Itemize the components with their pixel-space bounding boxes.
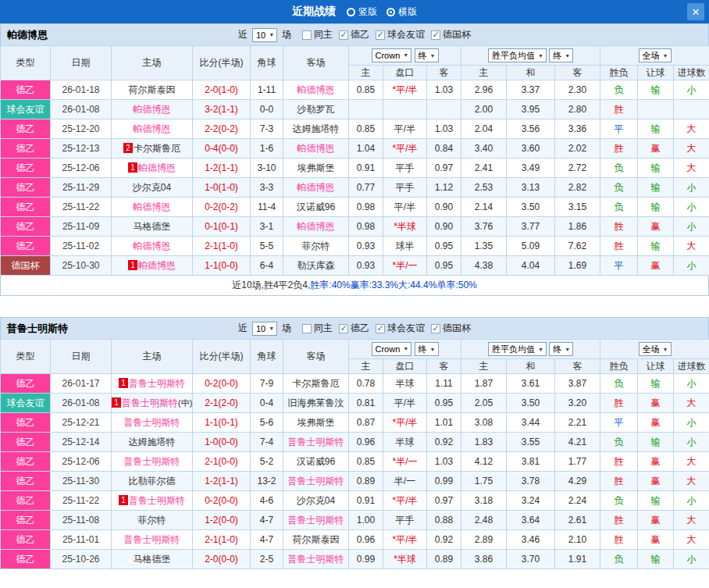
avg-select[interactable]: 胜平负均值▼ (488, 342, 547, 356)
home-team-name: 普鲁士明斯特 (129, 378, 185, 389)
red-card-badge: 1 (119, 495, 128, 505)
red-card-badge: 1 (128, 260, 137, 270)
bookmaker-select[interactable]: Crown▼ (372, 48, 412, 62)
avg-stage-select[interactable]: 终▼ (549, 48, 573, 62)
odds-home: 0.91 (349, 491, 383, 511)
handicap-result: 赢 (638, 217, 674, 237)
checkbox-icon: ✓ (431, 324, 440, 333)
scope-value: 全场 (643, 344, 660, 355)
col-date: 日期 (51, 340, 112, 374)
odds-home: 0.85 (349, 80, 383, 100)
odds-group-header: Crown▼ 终▼ (349, 340, 461, 359)
summary-segment: 胜率:40% (310, 279, 350, 292)
corners: 4-7 (251, 530, 283, 550)
score: 0-2(0-0) (193, 374, 251, 394)
view-radio-0[interactable]: 竖版 (347, 5, 377, 19)
away-team-name: 埃弗斯堡 (297, 162, 335, 173)
scope-select[interactable]: 全场▼ (639, 342, 672, 356)
score: 1-2(1-1) (193, 159, 251, 178)
col-avg-away: 客 (555, 359, 600, 374)
handicap-result: 赢 (638, 472, 674, 491)
corners: 11-4 (251, 198, 283, 217)
odds-home (349, 100, 383, 119)
avg-draw: 3.55 (507, 433, 555, 452)
home-team-name: 比勒菲尔德 (129, 476, 176, 486)
filter-checkbox-0[interactable]: 同主 (302, 322, 333, 335)
recent-count-select[interactable]: 10▼ (252, 322, 277, 336)
titlebar: 近期战绩 竖版横版 ✕ (0, 0, 709, 23)
avg-home: 1.75 (461, 472, 507, 491)
summary-segment: 赢率:33.3% (351, 279, 398, 292)
avg-home: 3.86 (461, 550, 507, 569)
match-row: 德乙25-12-14达姆施塔特1-0(0-0)7-4普鲁士明斯特0.96半球0.… (1, 433, 709, 452)
score: 2-2(0-2) (193, 119, 251, 139)
goals-result: 大 (674, 237, 709, 256)
avg-draw: 3.50 (507, 394, 555, 413)
recent-count-select[interactable]: 10▼ (252, 28, 277, 42)
score: 2-0(0-0) (193, 550, 251, 569)
league-badge: 德乙 (1, 217, 51, 237)
avg-group-header: 胜平负均值▼ 终▼ (461, 340, 600, 359)
result: 胜 (600, 100, 638, 119)
match-row: 德乙25-11-01普鲁士明斯特2-1(1-0)4-7荷尔斯泰因0.96*平/半… (1, 530, 709, 550)
goals-result: 小 (674, 550, 709, 569)
bookmaker-select[interactable]: Crown▼ (372, 342, 412, 356)
home-team-name: 沙尔克04 (133, 182, 171, 193)
avg-stage-value: 终 (553, 344, 561, 355)
league-badge: 德乙 (1, 511, 51, 530)
filter-checkbox-2[interactable]: ✓球会友谊 (376, 28, 425, 41)
away-team: 勒沃库森 (283, 256, 349, 276)
handicap-result: 赢 (638, 394, 674, 413)
filter-checkbox-3[interactable]: ✓德国杯 (431, 322, 471, 335)
close-button[interactable]: ✕ (687, 3, 704, 20)
handicap-line: *平/半 (383, 139, 427, 159)
avg-stage-select[interactable]: 终▼ (549, 342, 573, 356)
home-team-name: 帕德博恩 (134, 123, 171, 134)
goals-result: 小 (674, 413, 709, 433)
odds-home: 1.00 (349, 511, 383, 530)
away-team: 帕德博恩 (283, 80, 349, 100)
filter-checkbox-3[interactable]: ✓德国杯 (431, 28, 471, 41)
odds-stage-select[interactable]: 终▼ (415, 342, 439, 356)
odds-away: 1.12 (427, 178, 461, 198)
view-radio-1[interactable]: 横版 (387, 5, 417, 19)
goals-result: 小 (674, 491, 709, 511)
result: 胜 (600, 511, 638, 530)
handicap-result: 输 (638, 550, 674, 569)
handicap-line: *平/半 (383, 530, 427, 550)
filter-checkbox-1[interactable]: ✓德乙 (339, 28, 369, 41)
handicap-result: 输 (638, 119, 674, 139)
avg-away: 2.02 (555, 139, 600, 159)
col-handicap-result: 让球 (638, 66, 674, 80)
filter-checkbox-1[interactable]: ✓德乙 (339, 322, 369, 335)
recent-label-prefix: 近 (238, 28, 248, 41)
match-date: 25-11-22 (51, 491, 112, 511)
avg-select[interactable]: 胜平负均值▼ (488, 48, 547, 62)
checkbox-icon: ✓ (431, 30, 440, 40)
filter-checkbox-2[interactable]: ✓球会友谊 (376, 322, 425, 335)
home-team: 沙尔克04 (112, 178, 193, 198)
match-date: 25-11-01 (51, 530, 112, 550)
scope-select[interactable]: 全场▼ (639, 48, 672, 62)
home-team-name: 帕德博恩 (138, 162, 176, 173)
filter-checkbox-0[interactable]: 同主 (302, 28, 333, 41)
match-date: 25-11-02 (51, 237, 112, 256)
col-type: 类型 (1, 46, 51, 80)
recent-count-value: 10 (256, 30, 265, 40)
odds-away: 0.89 (427, 550, 461, 569)
home-team-name: 普鲁士明斯特 (124, 417, 180, 428)
goals-result: 小 (674, 198, 709, 217)
col-result: 胜负 (600, 359, 638, 374)
team-section-header: 帕德博恩 近 10▼ 场 同主✓德乙✓球会友谊✓德国杯 (0, 23, 709, 45)
filter-group: 同主✓德乙✓球会友谊✓德国杯 (302, 322, 471, 335)
home-team: 比勒菲尔德 (112, 472, 193, 491)
result: 负 (600, 550, 638, 569)
corners: 4-7 (251, 511, 283, 530)
goals-result: 大 (674, 394, 709, 413)
match-row: 德乙26-01-171普鲁士明斯特0-2(0-0)7-9卡尔斯鲁厄0.78半球1… (1, 374, 709, 394)
odds-stage-select[interactable]: 终▼ (415, 48, 439, 62)
avg-away: 3.36 (555, 119, 600, 139)
avg-home: 2.41 (461, 159, 507, 178)
col-handicap: 盘口 (383, 66, 427, 80)
away-team-name: 帕德博恩 (297, 84, 335, 95)
